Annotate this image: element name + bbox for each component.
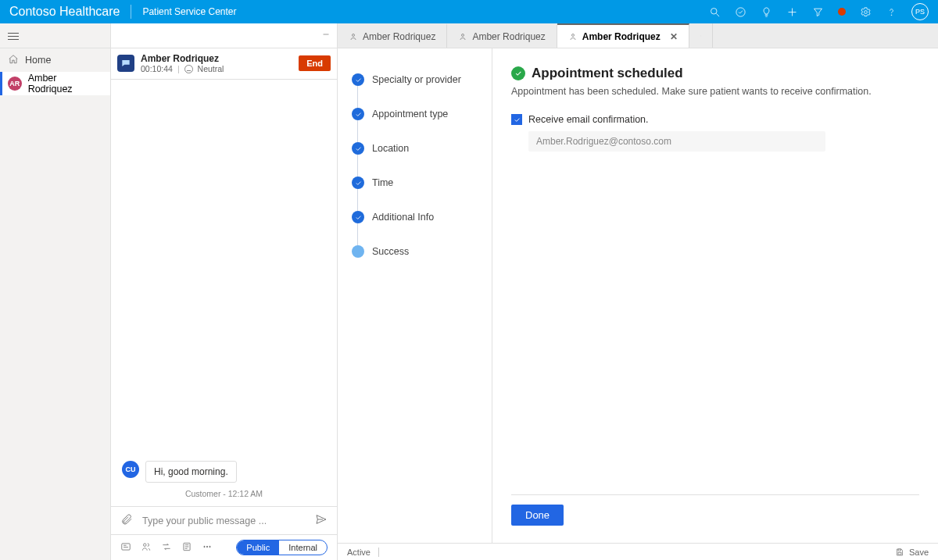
svg-line-1 <box>716 13 719 16</box>
send-icon[interactable] <box>315 513 328 528</box>
tab-session-3[interactable]: Amber Rodriquez ✕ <box>557 23 689 48</box>
more-icon[interactable] <box>202 541 213 555</box>
user-avatar[interactable]: PS <box>911 3 929 20</box>
message-bubble: Hi, good morning. <box>145 461 237 483</box>
conversation-sentiment: Neutral <box>198 64 224 74</box>
menu-icon[interactable] <box>8 30 19 41</box>
step-done-icon <box>352 108 364 120</box>
visibility-internal[interactable]: Internal <box>279 540 327 555</box>
content-subtitle: Appointment has been scheduled. Make sur… <box>511 86 919 97</box>
step-specialty[interactable]: Specialty or provider <box>352 62 482 97</box>
app-name: Patient Service Center <box>131 6 236 17</box>
email-field[interactable]: Amber.Rodriguez@contoso.com <box>528 131 825 152</box>
step-done-icon <box>352 142 364 155</box>
status-active: Active <box>347 548 371 557</box>
tab-session-2[interactable]: Amber Rodriquez <box>447 23 557 48</box>
help-icon[interactable] <box>886 6 897 18</box>
svg-point-17 <box>353 34 355 36</box>
content-title: Appointment scheduled <box>532 66 683 81</box>
svg-rect-23 <box>898 552 901 555</box>
step-time[interactable]: Time <box>352 166 482 200</box>
consult-icon[interactable] <box>141 541 152 555</box>
filter-icon[interactable] <box>812 6 824 18</box>
success-check-icon <box>511 66 525 80</box>
message-input[interactable] <box>141 515 307 527</box>
home-icon <box>8 54 19 67</box>
brand: Contoso Healthcare <box>9 5 131 19</box>
step-location[interactable]: Location <box>352 131 482 166</box>
svg-point-6 <box>891 14 892 15</box>
step-done-icon <box>352 211 364 223</box>
tab-session-1[interactable]: Amber Rodriquez <box>338 23 447 48</box>
nav-active-session[interactable]: AR Amber Rodriquez <box>0 72 110 95</box>
tab-label: Amber Rodriquez <box>363 31 435 42</box>
svg-point-0 <box>711 8 718 14</box>
save-label: Save <box>909 548 929 557</box>
svg-point-19 <box>571 34 574 36</box>
notes-icon[interactable] <box>181 541 192 555</box>
svg-rect-8 <box>122 543 131 549</box>
attach-icon[interactable] <box>120 513 133 528</box>
person-avatar-icon: AR <box>8 77 22 91</box>
nav-home[interactable]: Home <box>0 48 110 72</box>
step-done-icon <box>352 177 364 189</box>
svg-point-15 <box>206 546 207 547</box>
visibility-toggle[interactable]: Public Internal <box>236 540 328 555</box>
save-button[interactable]: Save <box>895 548 929 557</box>
settings-icon[interactable] <box>860 6 872 18</box>
step-success[interactable]: Success <box>352 234 482 269</box>
add-icon[interactable] <box>786 6 798 18</box>
transfer-icon[interactable] <box>161 541 172 555</box>
svg-point-9 <box>144 543 147 546</box>
nav-home-label: Home <box>25 55 51 66</box>
svg-rect-22 <box>898 549 901 551</box>
message-avatar: CU <box>122 461 139 478</box>
task-check-icon[interactable] <box>735 6 746 18</box>
tab-label: Amber Rodriquez <box>472 31 545 42</box>
tab-new[interactable] <box>689 23 713 48</box>
conversation-header: Amber Rodriquez 00:10:44 | Neutral End <box>111 48 337 80</box>
svg-point-16 <box>209 546 210 547</box>
step-additional-info[interactable]: Additional Info <box>352 200 482 234</box>
end-button[interactable]: End <box>299 55 331 71</box>
svg-point-18 <box>462 34 464 36</box>
sentiment-icon <box>184 65 193 73</box>
alert-dot[interactable] <box>838 8 846 16</box>
message-meta: Customer - 12:12 AM <box>122 489 326 498</box>
step-current-icon <box>352 245 364 258</box>
step-appointment-type[interactable]: Appointment type <box>352 97 482 131</box>
search-icon[interactable] <box>709 6 721 18</box>
conversation-timer: 00:10:44 <box>141 64 173 74</box>
visibility-public[interactable]: Public <box>237 540 279 555</box>
conversation-name: Amber Rodriquez <box>141 53 292 64</box>
svg-point-2 <box>736 7 745 16</box>
step-done-icon <box>352 73 364 86</box>
close-icon[interactable]: ✕ <box>670 31 678 42</box>
minimize-icon[interactable] <box>321 30 331 41</box>
svg-point-5 <box>865 10 868 13</box>
svg-point-14 <box>204 546 205 547</box>
chat-channel-icon <box>117 55 134 72</box>
confirm-checkbox-label: Receive email confirmation. <box>528 114 649 125</box>
tab-label: Amber Rodriquez <box>582 31 661 42</box>
confirm-checkbox[interactable] <box>511 114 522 125</box>
nav-active-label: Amber Rodriquez <box>28 73 102 95</box>
quick-reply-icon[interactable] <box>120 541 131 555</box>
done-button[interactable]: Done <box>511 505 564 526</box>
lightbulb-icon[interactable] <box>761 6 772 18</box>
